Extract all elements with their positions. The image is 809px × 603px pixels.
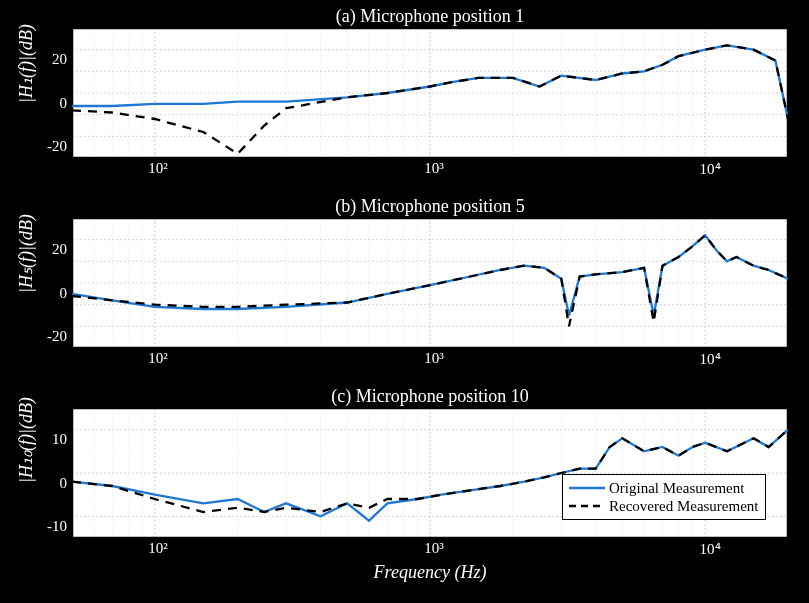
figure: (a) Microphone position 1 (b) Microphone…: [0, 0, 809, 603]
xtick-label: 10²: [128, 350, 188, 367]
ytick-label: 0: [17, 475, 67, 492]
subplot-3-title: (c) Microphone position 10: [72, 386, 788, 407]
ytick-label: -20: [17, 328, 67, 345]
ytick-label: 10: [17, 431, 67, 448]
legend-label: Recovered Measurement: [609, 498, 759, 515]
ytick-label: 0: [17, 95, 67, 112]
legend-swatch-dashed: [569, 497, 605, 515]
xtick-label: 10⁴: [680, 540, 740, 558]
legend-entry-original: Original Measurement: [569, 479, 759, 497]
xlabel: Frequency (Hz): [330, 562, 530, 583]
ytick-label: 0: [17, 285, 67, 302]
xtick-label: 10²: [128, 540, 188, 557]
xtick-label: 10⁴: [680, 350, 740, 368]
xtick-label: 10²: [128, 160, 188, 177]
ytick-label: -10: [17, 518, 67, 535]
legend: Original Measurement Recovered Measureme…: [562, 474, 766, 520]
legend-entry-recovered: Recovered Measurement: [569, 497, 759, 515]
xtick-label: 10⁴: [680, 160, 740, 178]
legend-label: Original Measurement: [609, 480, 744, 497]
legend-swatch-solid: [569, 479, 605, 497]
xtick-label: 10³: [404, 540, 464, 557]
ytick-label: -20: [17, 138, 67, 155]
ytick-label: 20: [17, 241, 67, 258]
xtick-label: 10³: [404, 350, 464, 367]
ytick-label: 20: [17, 51, 67, 68]
subplot-1-title: (a) Microphone position 1: [72, 6, 788, 27]
subplot-2-title: (b) Microphone position 5: [72, 196, 788, 217]
subplot-1: [72, 28, 788, 158]
xtick-label: 10³: [404, 160, 464, 177]
subplot-2: [72, 218, 788, 348]
